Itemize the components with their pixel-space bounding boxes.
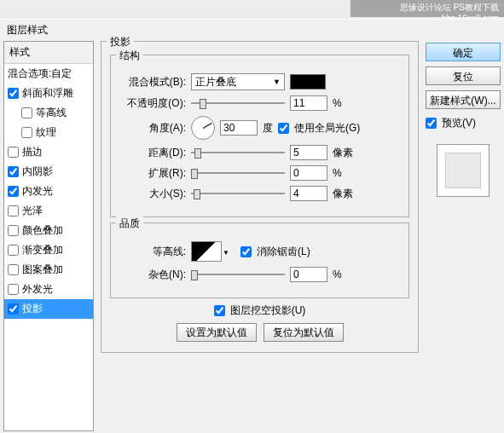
reset-default-button[interactable]: 复位为默认值 [264, 323, 344, 342]
contour-picker[interactable]: ▼ [191, 241, 222, 262]
shadow-color-swatch[interactable] [290, 74, 326, 89]
structure-title: 结构 [116, 49, 143, 63]
sidebar-checkbox[interactable] [8, 303, 19, 315]
watermark-text: 思缘设计论坛 PS教程下载 bbs.16xx8.com [350, 0, 504, 17]
sidebar-item-label: 内阴影 [22, 165, 53, 179]
structure-fieldset: 结构 混合模式(B): 正片叠底 ▼ 不透明度 [110, 55, 409, 217]
sidebar-item-2[interactable]: 纹理 [4, 123, 93, 142]
contour-label: 等高线: [119, 245, 186, 259]
distance-label: 距离(D): [119, 146, 186, 160]
make-default-button[interactable]: 设置为默认值 [177, 323, 257, 342]
chevron-down-icon: ▼ [273, 78, 281, 86]
sidebar-item-label: 内发光 [22, 184, 53, 199]
antialias-label: 消除锯齿(L) [257, 245, 310, 259]
spread-slider[interactable] [191, 167, 285, 179]
sidebar-item-label: 描边 [22, 145, 43, 159]
sidebar-item-9[interactable]: 图案叠加 [4, 260, 93, 280]
spread-label: 扩展(R): [119, 166, 186, 181]
sidebar-item-label: 投影 [22, 302, 43, 316]
sidebar-item-1[interactable]: 等高线 [4, 103, 93, 123]
sidebar-item-6[interactable]: 光泽 [4, 201, 93, 221]
knockout-checkbox[interactable] [214, 305, 225, 316]
sidebar-item-label: 斜面和浮雕 [22, 86, 73, 101]
styles-sidebar: 样式 混合选项:自定 斜面和浮雕等高线纹理描边内阴影内发光光泽颜色叠加渐变叠加图… [3, 41, 94, 431]
quality-fieldset: 品质 等高线: ▼ 消除锯齿(L) 杂色(N): [110, 222, 409, 298]
sidebar-checkbox[interactable] [8, 205, 19, 216]
section-title: 投影 [107, 35, 134, 49]
distance-slider[interactable] [191, 147, 285, 159]
sidebar-checkbox[interactable] [21, 107, 32, 118]
antialias-checkbox[interactable] [240, 246, 252, 257]
sidebar-checkbox[interactable] [8, 225, 19, 236]
opacity-label: 不透明度(O): [119, 96, 186, 111]
size-unit: 像素 [333, 187, 358, 201]
sidebar-item-label: 外发光 [22, 282, 53, 297]
layer-style-dialog: 图层样式 样式 混合选项:自定 斜面和浮雕等高线纹理描边内阴影内发光光泽颜色叠加… [0, 19, 504, 433]
sidebar-blend-options[interactable]: 混合选项:自定 [4, 64, 93, 84]
angle-dial[interactable] [191, 116, 215, 140]
reset-button[interactable]: 复位 [426, 66, 501, 85]
quality-title: 品质 [116, 216, 143, 231]
sidebar-checkbox[interactable] [8, 186, 19, 197]
sidebar-item-11[interactable]: 投影 [4, 299, 93, 319]
preview-label: 预览(V) [442, 116, 476, 130]
sidebar-item-7[interactable]: 颜色叠加 [4, 221, 93, 240]
sidebar-item-label: 颜色叠加 [22, 223, 63, 238]
sidebar-item-3[interactable]: 描边 [4, 142, 93, 162]
sidebar-item-label: 纹理 [36, 125, 56, 140]
angle-unit: 度 [263, 121, 273, 136]
spread-unit: % [333, 167, 358, 179]
main-panel: 投影 结构 混合模式(B): 正片叠底 ▼ [101, 41, 419, 431]
opacity-unit: % [333, 97, 358, 109]
sidebar-item-5[interactable]: 内发光 [4, 182, 93, 201]
ok-button[interactable]: 确定 [426, 43, 501, 61]
global-light-label: 使用全局光(G) [294, 121, 360, 136]
section-fieldset: 投影 结构 混合模式(B): 正片叠底 ▼ [101, 41, 419, 353]
distance-input[interactable]: 5 [290, 145, 327, 160]
sidebar-item-label: 混合选项:自定 [8, 66, 72, 81]
global-light-checkbox[interactable] [278, 123, 289, 134]
sidebar-item-label: 光泽 [22, 204, 43, 218]
sidebar-item-0[interactable]: 斜面和浮雕 [4, 84, 93, 103]
sidebar-item-8[interactable]: 渐变叠加 [4, 240, 93, 260]
noise-slider[interactable] [191, 268, 285, 280]
right-column: 确定 复位 新建样式(W)... 预览(V) [426, 41, 501, 431]
noise-label: 杂色(N): [119, 268, 186, 282]
sidebar-header[interactable]: 样式 [4, 42, 93, 64]
angle-label: 角度(A): [119, 121, 186, 136]
size-input[interactable]: 4 [290, 186, 327, 201]
sidebar-item-10[interactable]: 外发光 [4, 280, 93, 299]
sidebar-checkbox[interactable] [8, 245, 19, 256]
spread-input[interactable]: 0 [290, 165, 327, 181]
noise-unit: % [333, 268, 358, 280]
preview-checkbox[interactable] [426, 118, 437, 129]
sidebar-item-label: 图案叠加 [22, 263, 63, 277]
preview-swatch [437, 144, 490, 197]
sidebar-item-label: 等高线 [36, 106, 67, 120]
opacity-slider[interactable] [191, 97, 285, 109]
sidebar-checkbox[interactable] [8, 264, 19, 275]
dialog-title: 图层样式 [0, 20, 504, 41]
opacity-input[interactable]: 11 [290, 95, 327, 111]
sidebar-checkbox[interactable] [8, 284, 19, 295]
sidebar-checkbox[interactable] [8, 147, 19, 158]
blend-mode-select[interactable]: 正片叠底 ▼ [191, 73, 285, 90]
blend-mode-value: 正片叠底 [195, 75, 236, 89]
angle-input[interactable]: 30 [220, 120, 258, 136]
size-slider[interactable] [191, 188, 285, 199]
distance-unit: 像素 [333, 146, 358, 160]
size-label: 大小(S): [119, 187, 186, 201]
knockout-label: 图层挖空投影(U) [230, 303, 306, 318]
sidebar-checkbox[interactable] [8, 88, 19, 99]
sidebar-checkbox[interactable] [21, 127, 32, 138]
new-style-button[interactable]: 新建样式(W)... [426, 90, 501, 109]
blend-mode-label: 混合模式(B): [119, 75, 186, 89]
sidebar-item-4[interactable]: 内阴影 [4, 162, 93, 182]
sidebar-checkbox[interactable] [8, 166, 19, 177]
sidebar-item-label: 渐变叠加 [22, 243, 63, 257]
noise-input[interactable]: 0 [290, 267, 327, 282]
chevron-down-icon: ▼ [223, 249, 229, 257]
